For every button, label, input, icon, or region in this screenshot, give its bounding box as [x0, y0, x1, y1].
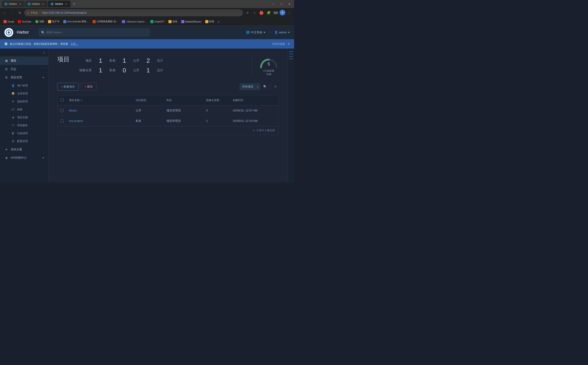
language-selector[interactable]: 🌐 中文简体 ▾ — [246, 30, 265, 35]
header-access-label: 访问级别 — [136, 98, 146, 102]
bookmark-ebook[interactable]: 电子书 — [46, 19, 61, 24]
insecure-label: 不安全 — [30, 11, 38, 14]
bookmark-163[interactable]: 126网易免费邮-你... — [91, 19, 120, 24]
minimize-button[interactable]: ─ — [270, 2, 276, 6]
select-all-checkbox[interactable] — [60, 99, 63, 102]
sd-icon — [181, 20, 184, 23]
tab-1[interactable]: Harbor ✕ — [2, 1, 24, 7]
close-button[interactable]: ✕ — [286, 2, 292, 6]
search-toggle-button[interactable]: 🔍 — [262, 84, 268, 90]
bookmark-games-label: 游戏 — [172, 20, 177, 23]
row2-checkbox-cell — [58, 116, 66, 126]
audit-icon: 🛡 — [11, 123, 15, 127]
sidebar-config-label: 配置管理 — [17, 140, 28, 143]
sidebar-item-replication[interactable]: ⟳ 复制管理 — [0, 98, 48, 105]
extension-2[interactable]: 🧩 — [266, 10, 272, 16]
share-button[interactable]: ↗ — [244, 10, 250, 16]
right-panel-icon-2 — [289, 54, 293, 54]
row1-created-value: 10/30/23, 12:07 AM — [232, 109, 258, 112]
bookmark-youtube[interactable]: YouTube — [16, 19, 33, 24]
delete-button[interactable]: × 删除 — [81, 83, 96, 91]
bookmark-maps[interactable]: 地图 — [34, 19, 46, 24]
new-project-button[interactable]: + 新建项目 — [57, 83, 79, 91]
tab-2[interactable]: Harbor ✕ — [25, 1, 48, 7]
bookmark-video[interactable]: 影视 — [204, 19, 216, 24]
all-scanners-link[interactable]: 全部扫描器 — [272, 42, 285, 46]
repo-total-value: 1 — [144, 67, 153, 74]
project-private-label: 私有 — [109, 59, 116, 63]
back-button[interactable]: ← — [2, 10, 8, 16]
svg-text:5: 5 — [268, 62, 270, 66]
bookmarks-more[interactable]: » — [216, 19, 221, 24]
sidebar-users-label: 用户管理 — [17, 84, 28, 88]
forward-button[interactable]: → — [9, 10, 15, 16]
name-sort-icon[interactable]: ⇅ — [81, 99, 82, 102]
header-created-label: 创建时间 — [232, 98, 243, 102]
maximize-button[interactable]: □ — [278, 2, 284, 6]
system-chevron-icon: ▾ — [42, 76, 44, 79]
tab-3[interactable]: Harbor ✕ — [48, 1, 71, 7]
163-icon — [93, 20, 96, 23]
right-panel-icon-3 — [289, 56, 293, 57]
new-tab-button[interactable]: + — [71, 1, 77, 7]
url-bar[interactable]: ⚠ 不安全 | https://192.168.10.136/harbor/pr… — [24, 9, 243, 16]
sidebar-item-quota[interactable]: ◈ 项目定额 — [0, 113, 48, 121]
harbor-logo — [4, 28, 13, 37]
harbor-search-input[interactable] — [39, 29, 149, 36]
tab-close-2[interactable]: ✕ — [41, 2, 45, 6]
sidebar-warehouse-label: 仓库管理 — [17, 92, 28, 96]
youtube-icon — [18, 20, 21, 23]
sidebar-group-system[interactable]: ⚙ 系统管理 ▾ — [0, 73, 48, 82]
row1-repos-value: 0 — [206, 109, 208, 112]
sidebar-item-users[interactable]: 👤 用户管理 — [0, 82, 48, 90]
sidebar-item-projects[interactable]: ⊞ 项目 — [0, 56, 48, 65]
bookmark-gmail[interactable]: Gmail — [2, 19, 16, 24]
sidebar-item-config[interactable]: ⚙ 配置管理 — [0, 137, 48, 145]
repos-stat-label: 镜像仓库 — [78, 68, 92, 72]
row2-access-value: 私有 — [136, 119, 141, 123]
sidebar-group-api[interactable]: ⊕ API控制中心 ▾ — [0, 154, 48, 162]
page-header: 项目 项目 1 私有 1 公开 2 总计 — [57, 55, 279, 76]
tags-icon: 🏷 — [11, 107, 15, 112]
security-warning-icon: ⚠ — [27, 12, 29, 14]
bookmark-sms[interactable]: sms-activate-获取... — [62, 19, 90, 24]
bookmark-chatgpt[interactable]: ChatGPT — [149, 19, 166, 24]
notification-close[interactable]: × — [288, 42, 290, 46]
menu-button[interactable]: ⋮ — [286, 10, 292, 16]
project-filter-select[interactable]: 所有项目 私有项目 公开项目 — [240, 84, 260, 90]
tab-label-3: Harbor — [55, 2, 63, 6]
sidebar-item-theme[interactable]: ☀ 浅色主题 — [0, 145, 48, 154]
tab-close-1[interactable]: ✕ — [18, 2, 22, 6]
sidebar-system-label: 系统管理 — [11, 76, 22, 79]
reload-button[interactable]: ↻ — [17, 10, 23, 16]
tab-label-1: Harbor — [9, 2, 17, 6]
bookmark-games[interactable]: 游戏 — [167, 19, 179, 24]
refresh-button[interactable]: ↻ — [272, 84, 279, 90]
bookmark-discord[interactable]: • Discord | #anno... — [120, 19, 148, 24]
tab-close-3[interactable]: ✕ — [64, 2, 68, 6]
docs-link[interactable]: 文档。 — [70, 42, 78, 46]
sidebar-collapse-button[interactable]: « — [43, 51, 45, 54]
user-menu[interactable]: 👤 admin ▾ — [270, 31, 290, 34]
bookmark-stablediffusion[interactable]: StableDiffusion — [179, 19, 203, 24]
right-panel — [287, 49, 294, 182]
projects-stat-row: 项目 1 私有 1 公开 2 总计 — [78, 57, 245, 64]
sidebar-gc-label: 垃圾清理 — [17, 132, 28, 135]
row2-repos: 1 — [204, 116, 230, 126]
profile-button[interactable]: A — [280, 10, 285, 15]
extension-3[interactable]: ⌨ — [273, 10, 279, 16]
sidebar-item-gc[interactable]: 🗑 垃圾清理 — [0, 129, 48, 137]
bookmark-youtube-label: YouTube — [22, 20, 31, 23]
sidebar-item-logs[interactable]: ☰ 日志 — [0, 65, 48, 73]
sidebar-item-tags[interactable]: 🏷 标签 — [0, 105, 48, 113]
sidebar-item-warehouse[interactable]: 📦 仓库管理 — [0, 90, 48, 98]
bookmark-maps-label: 地图 — [39, 20, 44, 23]
sidebar-item-audit[interactable]: 🛡 审查服务 — [0, 121, 48, 129]
toolbar: + 新建项目 × 删除 所有项目 私有项目 公开项目 ▾ 🔍 — [57, 83, 279, 91]
zcy-project-link[interactable]: zcy-project — [69, 119, 83, 122]
row2-checkbox[interactable] — [60, 119, 63, 122]
library-link[interactable]: library — [69, 109, 77, 112]
extension-1[interactable]: 🔴 — [258, 10, 265, 16]
bookmark-button[interactable]: ☆ — [251, 10, 258, 16]
row1-checkbox[interactable] — [60, 109, 63, 112]
